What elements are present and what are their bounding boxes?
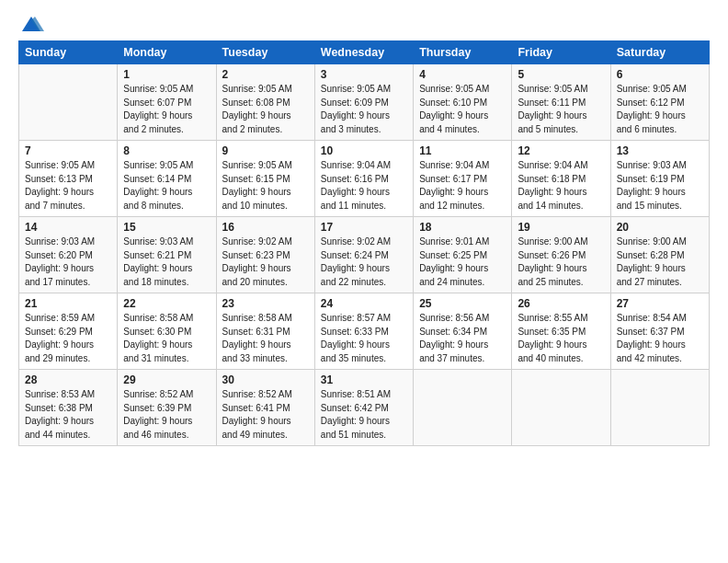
day-header-saturday: Saturday (610, 41, 709, 64)
page-container: SundayMondayTuesdayWednesdayThursdayFrid… (0, 0, 728, 455)
cell-date: 25 (419, 297, 506, 310)
calendar-cell: 6Sunrise: 9:05 AMSunset: 6:12 PMDaylight… (610, 64, 709, 141)
cell-date: 20 (617, 221, 703, 234)
calendar-cell: 27Sunrise: 8:54 AMSunset: 6:37 PMDayligh… (610, 293, 709, 370)
cell-date: 21 (25, 297, 111, 310)
cell-date: 31 (321, 373, 407, 386)
cell-date: 15 (123, 221, 210, 234)
cell-info: Sunrise: 8:52 AMSunset: 6:39 PMDaylight:… (123, 388, 210, 442)
cell-date: 5 (518, 68, 604, 81)
day-header-thursday: Thursday (414, 41, 512, 64)
cell-date: 4 (419, 68, 506, 81)
cell-info: Sunrise: 8:55 AMSunset: 6:35 PMDaylight:… (518, 312, 604, 365)
cell-info: Sunrise: 9:05 AMSunset: 6:15 PMDaylight:… (222, 159, 309, 213)
cell-info: Sunrise: 8:52 AMSunset: 6:41 PMDaylight:… (222, 388, 309, 442)
cell-date: 19 (518, 221, 604, 234)
cell-date: 27 (617, 297, 703, 310)
day-header-tuesday: Tuesday (216, 41, 314, 64)
cell-info: Sunrise: 9:03 AMSunset: 6:21 PMDaylight:… (123, 236, 210, 289)
calendar-cell: 15Sunrise: 9:03 AMSunset: 6:21 PMDayligh… (118, 217, 216, 293)
calendar-cell: 18Sunrise: 9:01 AMSunset: 6:25 PMDayligh… (414, 217, 512, 293)
cell-info: Sunrise: 9:00 AMSunset: 6:26 PMDaylight:… (518, 236, 604, 289)
cell-date: 9 (222, 144, 309, 157)
cell-date: 29 (123, 373, 210, 386)
day-header-wednesday: Wednesday (314, 41, 413, 64)
week-row-5: 28Sunrise: 8:53 AMSunset: 6:38 PMDayligh… (19, 370, 710, 446)
cell-date: 6 (617, 68, 703, 81)
cell-date: 17 (321, 221, 407, 234)
cell-info: Sunrise: 8:56 AMSunset: 6:34 PMDaylight:… (419, 312, 506, 365)
cell-info: Sunrise: 8:58 AMSunset: 6:31 PMDaylight:… (222, 312, 309, 365)
calendar-cell: 21Sunrise: 8:59 AMSunset: 6:29 PMDayligh… (19, 293, 118, 370)
calendar-cell: 22Sunrise: 8:58 AMSunset: 6:30 PMDayligh… (118, 293, 216, 370)
cell-info: Sunrise: 9:05 AMSunset: 6:10 PMDaylight:… (419, 83, 506, 136)
cell-date: 24 (321, 297, 407, 310)
calendar-cell: 17Sunrise: 9:02 AMSunset: 6:24 PMDayligh… (314, 217, 413, 293)
calendar-cell (414, 370, 512, 446)
calendar-cell: 12Sunrise: 9:04 AMSunset: 6:18 PMDayligh… (512, 141, 610, 217)
cell-info: Sunrise: 9:05 AMSunset: 6:14 PMDaylight:… (123, 159, 210, 213)
day-header-sunday: Sunday (19, 41, 118, 64)
cell-info: Sunrise: 9:03 AMSunset: 6:19 PMDaylight:… (617, 159, 703, 213)
calendar-cell (19, 64, 118, 141)
calendar-cell: 30Sunrise: 8:52 AMSunset: 6:41 PMDayligh… (216, 370, 314, 446)
week-row-1: 1Sunrise: 9:05 AMSunset: 6:07 PMDaylight… (19, 64, 710, 141)
cell-date: 1 (123, 68, 210, 81)
cell-date: 8 (123, 144, 210, 157)
calendar-cell: 8Sunrise: 9:05 AMSunset: 6:14 PMDaylight… (118, 141, 216, 217)
day-header-monday: Monday (118, 41, 216, 64)
cell-info: Sunrise: 9:04 AMSunset: 6:18 PMDaylight:… (518, 159, 604, 213)
calendar-cell: 31Sunrise: 8:51 AMSunset: 6:42 PMDayligh… (314, 370, 413, 446)
calendar-cell: 11Sunrise: 9:04 AMSunset: 6:17 PMDayligh… (414, 141, 512, 217)
cell-info: Sunrise: 9:04 AMSunset: 6:16 PMDaylight:… (321, 159, 407, 213)
day-header-friday: Friday (512, 41, 610, 64)
calendar-cell: 3Sunrise: 9:05 AMSunset: 6:09 PMDaylight… (314, 64, 413, 141)
calendar-table: SundayMondayTuesdayWednesdayThursdayFrid… (18, 40, 710, 446)
calendar-cell: 4Sunrise: 9:05 AMSunset: 6:10 PMDaylight… (414, 64, 512, 141)
cell-info: Sunrise: 9:00 AMSunset: 6:28 PMDaylight:… (617, 236, 703, 289)
cell-info: Sunrise: 9:02 AMSunset: 6:24 PMDaylight:… (321, 236, 407, 289)
cell-date: 18 (419, 221, 506, 234)
cell-info: Sunrise: 9:02 AMSunset: 6:23 PMDaylight:… (222, 236, 309, 289)
calendar-cell: 26Sunrise: 8:55 AMSunset: 6:35 PMDayligh… (512, 293, 610, 370)
calendar-cell: 20Sunrise: 9:00 AMSunset: 6:28 PMDayligh… (610, 217, 709, 293)
cell-date: 14 (25, 221, 111, 234)
calendar-cell: 14Sunrise: 9:03 AMSunset: 6:20 PMDayligh… (19, 217, 118, 293)
cell-info: Sunrise: 9:01 AMSunset: 6:25 PMDaylight:… (419, 236, 506, 289)
cell-date: 11 (419, 144, 506, 157)
calendar-cell: 29Sunrise: 8:52 AMSunset: 6:39 PMDayligh… (118, 370, 216, 446)
cell-date: 30 (222, 373, 309, 386)
cell-info: Sunrise: 9:03 AMSunset: 6:20 PMDaylight:… (25, 236, 111, 289)
week-row-3: 14Sunrise: 9:03 AMSunset: 6:20 PMDayligh… (19, 217, 710, 293)
cell-info: Sunrise: 9:05 AMSunset: 6:07 PMDaylight:… (123, 83, 210, 136)
calendar-cell: 16Sunrise: 9:02 AMSunset: 6:23 PMDayligh… (216, 217, 314, 293)
cell-info: Sunrise: 8:53 AMSunset: 6:38 PMDaylight:… (25, 388, 111, 442)
cell-date: 10 (321, 144, 407, 157)
cell-info: Sunrise: 8:51 AMSunset: 6:42 PMDaylight:… (321, 388, 407, 442)
cell-date: 12 (518, 144, 604, 157)
cell-date: 13 (617, 144, 703, 157)
cell-date: 26 (518, 297, 604, 310)
header (18, 15, 710, 31)
calendar-cell: 7Sunrise: 9:05 AMSunset: 6:13 PMDaylight… (19, 141, 118, 217)
cell-date: 22 (123, 297, 210, 310)
logo-icon (18, 15, 44, 35)
calendar-cell: 23Sunrise: 8:58 AMSunset: 6:31 PMDayligh… (216, 293, 314, 370)
calendar-cell: 24Sunrise: 8:57 AMSunset: 6:33 PMDayligh… (314, 293, 413, 370)
cell-info: Sunrise: 9:05 AMSunset: 6:12 PMDaylight:… (617, 83, 703, 136)
calendar-cell: 28Sunrise: 8:53 AMSunset: 6:38 PMDayligh… (19, 370, 118, 446)
cell-info: Sunrise: 9:04 AMSunset: 6:17 PMDaylight:… (419, 159, 506, 213)
cell-date: 16 (222, 221, 309, 234)
calendar-header-row: SundayMondayTuesdayWednesdayThursdayFrid… (19, 41, 710, 64)
week-row-2: 7Sunrise: 9:05 AMSunset: 6:13 PMDaylight… (19, 141, 710, 217)
calendar-cell: 5Sunrise: 9:05 AMSunset: 6:11 PMDaylight… (512, 64, 610, 141)
calendar-cell: 25Sunrise: 8:56 AMSunset: 6:34 PMDayligh… (414, 293, 512, 370)
cell-info: Sunrise: 8:54 AMSunset: 6:37 PMDaylight:… (617, 312, 703, 365)
calendar-cell (512, 370, 610, 446)
cell-date: 23 (222, 297, 309, 310)
calendar-cell: 13Sunrise: 9:03 AMSunset: 6:19 PMDayligh… (610, 141, 709, 217)
calendar-cell: 19Sunrise: 9:00 AMSunset: 6:26 PMDayligh… (512, 217, 610, 293)
cell-info: Sunrise: 8:57 AMSunset: 6:33 PMDaylight:… (321, 312, 407, 365)
logo (18, 15, 44, 31)
week-row-4: 21Sunrise: 8:59 AMSunset: 6:29 PMDayligh… (19, 293, 710, 370)
